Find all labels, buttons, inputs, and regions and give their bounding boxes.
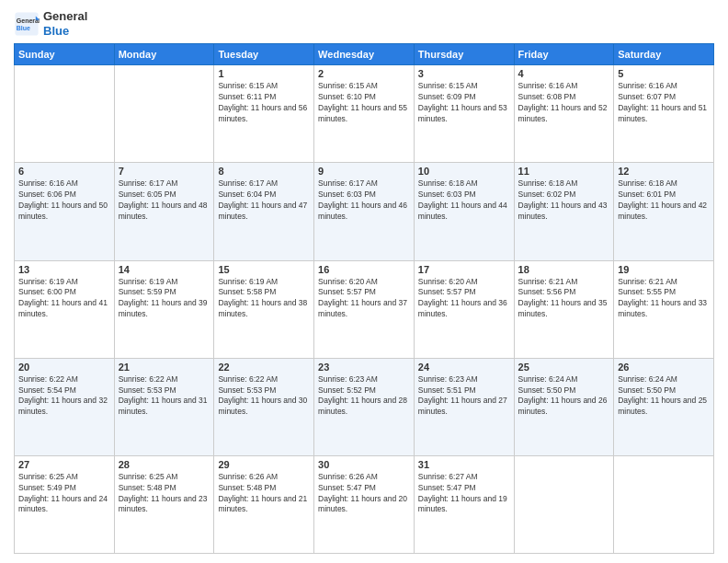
calendar-cell: 10Sunrise: 6:18 AMSunset: 6:03 PMDayligh…: [414, 163, 514, 260]
day-info: Sunrise: 6:23 AMSunset: 5:52 PMDaylight:…: [318, 374, 410, 419]
calendar-cell: 6Sunrise: 6:16 AMSunset: 6:06 PMDaylight…: [15, 163, 115, 260]
calendar-cell: 19Sunrise: 6:21 AMSunset: 5:55 PMDayligh…: [614, 260, 714, 358]
day-number: 9: [318, 166, 410, 177]
day-info: Sunrise: 6:17 AMSunset: 6:03 PMDaylight:…: [318, 178, 410, 223]
calendar-cell: 2Sunrise: 6:15 AMSunset: 6:10 PMDaylight…: [314, 65, 415, 163]
calendar-cell: 20Sunrise: 6:22 AMSunset: 5:54 PMDayligh…: [15, 358, 115, 455]
day-info: Sunrise: 6:22 AMSunset: 5:53 PMDaylight:…: [119, 374, 210, 419]
calendar-cell: 9Sunrise: 6:17 AMSunset: 6:03 PMDaylight…: [314, 163, 415, 260]
day-info: Sunrise: 6:25 AMSunset: 5:48 PMDaylight:…: [119, 472, 210, 516]
day-number: 13: [18, 264, 110, 275]
day-number: 25: [518, 362, 610, 373]
day-info: Sunrise: 6:16 AMSunset: 6:06 PMDaylight:…: [18, 178, 110, 223]
day-info: Sunrise: 6:19 AMSunset: 5:58 PMDaylight:…: [218, 277, 310, 321]
day-number: 5: [618, 68, 710, 79]
calendar-table: SundayMondayTuesdayWednesdayThursdayFrid…: [14, 43, 714, 554]
col-header-wednesday: Wednesday: [314, 44, 415, 65]
svg-text:Blue: Blue: [17, 25, 30, 31]
calendar-cell: [114, 65, 214, 163]
calendar-cell: 14Sunrise: 6:19 AMSunset: 5:59 PMDayligh…: [114, 260, 214, 358]
day-info: Sunrise: 6:19 AMSunset: 5:59 PMDaylight:…: [119, 277, 210, 321]
day-number: 16: [318, 264, 410, 275]
day-number: 15: [218, 264, 310, 275]
day-number: 4: [518, 68, 610, 79]
day-number: 12: [618, 166, 710, 177]
day-info: Sunrise: 6:21 AMSunset: 5:55 PMDaylight:…: [618, 277, 710, 321]
day-info: Sunrise: 6:15 AMSunset: 6:09 PMDaylight:…: [418, 81, 510, 125]
day-info: Sunrise: 6:16 AMSunset: 6:08 PMDaylight:…: [518, 81, 610, 125]
col-header-friday: Friday: [514, 44, 614, 65]
day-number: 19: [618, 264, 710, 275]
day-number: 29: [218, 459, 310, 470]
col-header-saturday: Saturday: [614, 44, 714, 65]
page: General Blue General Blue SundayMondayTu…: [0, 0, 728, 563]
day-info: Sunrise: 6:17 AMSunset: 6:04 PMDaylight:…: [218, 178, 310, 223]
logo-text: General Blue: [43, 9, 87, 38]
day-info: Sunrise: 6:24 AMSunset: 5:50 PMDaylight:…: [618, 374, 710, 419]
day-info: Sunrise: 6:25 AMSunset: 5:49 PMDaylight:…: [18, 472, 110, 516]
calendar-cell: 8Sunrise: 6:17 AMSunset: 6:04 PMDaylight…: [214, 163, 314, 260]
calendar-cell: 12Sunrise: 6:18 AMSunset: 6:01 PMDayligh…: [614, 163, 714, 260]
day-info: Sunrise: 6:27 AMSunset: 5:47 PMDaylight:…: [418, 472, 510, 516]
day-number: 10: [418, 166, 510, 177]
day-number: 22: [218, 362, 310, 373]
calendar-week-5: 27Sunrise: 6:25 AMSunset: 5:49 PMDayligh…: [15, 455, 714, 553]
calendar-cell: 26Sunrise: 6:24 AMSunset: 5:50 PMDayligh…: [614, 358, 714, 455]
col-header-tuesday: Tuesday: [214, 44, 314, 65]
day-info: Sunrise: 6:26 AMSunset: 5:47 PMDaylight:…: [318, 472, 410, 516]
day-info: Sunrise: 6:23 AMSunset: 5:51 PMDaylight:…: [418, 374, 510, 419]
calendar-cell: 1Sunrise: 6:15 AMSunset: 6:11 PMDaylight…: [214, 65, 314, 163]
day-number: 18: [518, 264, 610, 275]
day-info: Sunrise: 6:24 AMSunset: 5:50 PMDaylight:…: [518, 374, 610, 419]
day-number: 31: [418, 459, 510, 470]
day-number: 23: [318, 362, 410, 373]
day-number: 28: [119, 459, 210, 470]
calendar-cell: 3Sunrise: 6:15 AMSunset: 6:09 PMDaylight…: [414, 65, 514, 163]
calendar-cell: 21Sunrise: 6:22 AMSunset: 5:53 PMDayligh…: [114, 358, 214, 455]
calendar-week-1: 1Sunrise: 6:15 AMSunset: 6:11 PMDaylight…: [15, 65, 714, 163]
day-number: 26: [618, 362, 710, 373]
col-header-monday: Monday: [114, 44, 214, 65]
logo: General Blue General Blue: [14, 9, 87, 38]
col-header-sunday: Sunday: [15, 44, 115, 65]
svg-rect-0: [15, 12, 38, 35]
day-info: Sunrise: 6:20 AMSunset: 5:57 PMDaylight:…: [418, 277, 510, 321]
day-info: Sunrise: 6:15 AMSunset: 6:11 PMDaylight:…: [218, 81, 310, 125]
calendar-cell: 24Sunrise: 6:23 AMSunset: 5:51 PMDayligh…: [414, 358, 514, 455]
calendar-cell: [15, 65, 115, 163]
calendar-cell: 31Sunrise: 6:27 AMSunset: 5:47 PMDayligh…: [414, 455, 514, 553]
day-number: 1: [218, 68, 310, 79]
day-number: 17: [418, 264, 510, 275]
day-info: Sunrise: 6:18 AMSunset: 6:02 PMDaylight:…: [518, 178, 610, 223]
col-header-thursday: Thursday: [414, 44, 514, 65]
calendar-cell: 28Sunrise: 6:25 AMSunset: 5:48 PMDayligh…: [114, 455, 214, 553]
day-number: 14: [119, 264, 210, 275]
day-number: 2: [318, 68, 410, 79]
day-number: 30: [318, 459, 410, 470]
calendar-cell: 27Sunrise: 6:25 AMSunset: 5:49 PMDayligh…: [15, 455, 115, 553]
calendar-cell: 29Sunrise: 6:26 AMSunset: 5:48 PMDayligh…: [214, 455, 314, 553]
calendar-cell: 7Sunrise: 6:17 AMSunset: 6:05 PMDaylight…: [114, 163, 214, 260]
day-info: Sunrise: 6:15 AMSunset: 6:10 PMDaylight:…: [318, 81, 410, 125]
calendar-cell: 17Sunrise: 6:20 AMSunset: 5:57 PMDayligh…: [414, 260, 514, 358]
day-number: 21: [119, 362, 210, 373]
calendar-cell: [514, 455, 614, 553]
calendar-week-3: 13Sunrise: 6:19 AMSunset: 6:00 PMDayligh…: [15, 260, 714, 358]
calendar-cell: 23Sunrise: 6:23 AMSunset: 5:52 PMDayligh…: [314, 358, 415, 455]
calendar-cell: 25Sunrise: 6:24 AMSunset: 5:50 PMDayligh…: [514, 358, 614, 455]
day-number: 11: [518, 166, 610, 177]
calendar-cell: 5Sunrise: 6:16 AMSunset: 6:07 PMDaylight…: [614, 65, 714, 163]
day-number: 3: [418, 68, 510, 79]
header: General Blue General Blue: [14, 9, 714, 38]
day-number: 6: [18, 166, 110, 177]
day-info: Sunrise: 6:21 AMSunset: 5:56 PMDaylight:…: [518, 277, 610, 321]
calendar-cell: 30Sunrise: 6:26 AMSunset: 5:47 PMDayligh…: [314, 455, 415, 553]
calendar-week-4: 20Sunrise: 6:22 AMSunset: 5:54 PMDayligh…: [15, 358, 714, 455]
day-info: Sunrise: 6:26 AMSunset: 5:48 PMDaylight:…: [218, 472, 310, 516]
calendar-cell: 13Sunrise: 6:19 AMSunset: 6:00 PMDayligh…: [15, 260, 115, 358]
day-info: Sunrise: 6:22 AMSunset: 5:53 PMDaylight:…: [218, 374, 310, 419]
day-info: Sunrise: 6:17 AMSunset: 6:05 PMDaylight:…: [119, 178, 210, 223]
day-info: Sunrise: 6:22 AMSunset: 5:54 PMDaylight:…: [18, 374, 110, 419]
day-number: 8: [218, 166, 310, 177]
day-info: Sunrise: 6:18 AMSunset: 6:01 PMDaylight:…: [618, 178, 710, 223]
